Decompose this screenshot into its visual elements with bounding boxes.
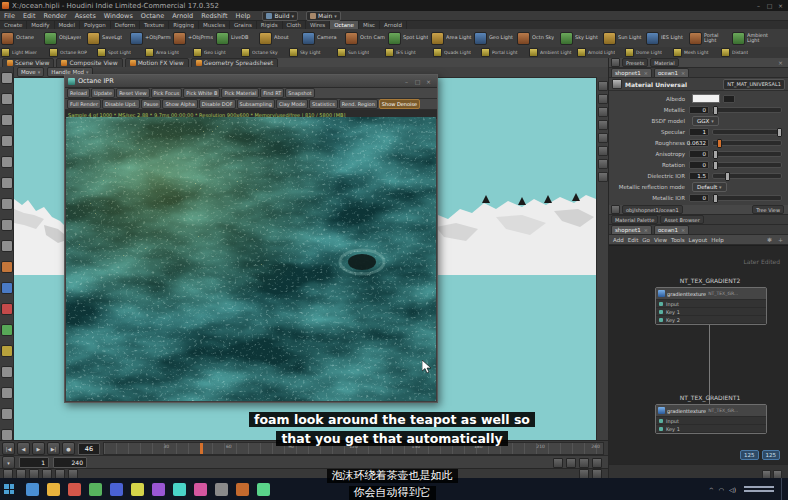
node-input-row[interactable]: Key 2 [656,316,766,324]
pane-tab[interactable]: Geometry Spreadsheet [191,58,279,68]
shelf-tab[interactable]: Wires [306,21,330,29]
shelf-set-main-select[interactable]: Main ▾ [306,11,341,21]
range-start-field[interactable]: 1 [19,457,49,468]
tool-icon[interactable] [1,198,13,210]
material-select[interactable]: Material [650,58,678,67]
menu-item[interactable]: Arnold [168,12,197,20]
rotation-slider[interactable] [712,162,782,168]
metallic-value[interactable]: 0 [689,106,709,114]
albedo-color-swatch[interactable] [692,94,720,103]
shelf-tab[interactable]: Grains [230,21,257,29]
tool-icon[interactable] [1,303,13,315]
view-tool-icon[interactable] [598,81,608,91]
shelf-tool[interactable]: Light Mixer [1,48,47,57]
taskbar-app-icon[interactable] [68,483,81,496]
octane-toolbar-button[interactable]: Update [91,88,115,98]
octane-toggle-button[interactable]: Show Alpha [162,99,197,109]
menu-item[interactable]: Octane [137,12,168,20]
shelf-tool[interactable]: Camera [302,32,343,45]
shelf-tab[interactable]: Create [0,21,27,29]
metallic-reflection-mode-select[interactable]: Default ▾ [692,182,727,192]
viewport-tool-chip[interactable]: Move ▾ [17,67,44,77]
node-gradient2[interactable]: gradienttexture NT_TEX_GR... Input Key 1… [655,287,767,325]
shelf-tool[interactable]: Ambient Light [529,48,575,57]
transport-button[interactable]: |◀ [2,442,15,455]
material-node-name[interactable]: NT_MAT_UNIVERSAL1 [723,79,785,90]
tree-view-tab[interactable]: Tree View [752,205,784,214]
shelf-tab[interactable]: Arnold [380,21,407,29]
pane-tab[interactable]: Composite View [56,58,122,68]
octane-toolbar-button[interactable]: Pick White B [183,88,220,98]
menu-item[interactable]: Render [39,12,70,20]
shelf-tool[interactable]: Area Light [431,32,472,45]
octane-toggle-button[interactable]: Show Denoise [379,99,420,109]
shelf-tab[interactable]: Polygon [80,21,111,29]
network-path[interactable]: obj/shopnet1/ocean1 [622,205,683,214]
octane-toolbar-button[interactable]: Reload [67,88,90,98]
shelf-tool[interactable]: IES Light [385,48,431,57]
taskbar-app-icon[interactable] [47,483,60,496]
node-gradient1[interactable]: gradienttexture NT_TEX_GR... Input Key 1 [655,404,767,434]
shelf-tool[interactable]: Mesh Light [673,48,719,57]
menu-item[interactable]: Assets [71,12,100,20]
tray-up-icon[interactable]: ^ [709,486,714,493]
shelf-tool[interactable]: IES Light [646,32,687,45]
shelf-tool[interactable]: Octn Cam [345,32,386,45]
node-tab[interactable]: ocean1× [654,68,689,78]
shelf-tab[interactable]: Modify [27,21,54,29]
window-button[interactable]: – [753,2,764,10]
transport-button[interactable]: ● [62,442,75,455]
transport-button[interactable]: ▶ [32,442,45,455]
octane-ipr-window[interactable]: Octane IPR – □ × ReloadUpdateReset ViewP… [64,74,438,403]
maximize-icon[interactable]: □ [412,77,423,85]
shelf-tab[interactable]: Deform [111,21,140,29]
node-input-row[interactable]: Key 1 [656,425,766,433]
transport-button[interactable]: ▶| [47,442,60,455]
pane-tab[interactable]: Scene View [2,58,54,68]
shelf-tool[interactable]: Sun Light [337,48,383,57]
shelf-tool[interactable]: Sky Light [289,48,335,57]
minimize-icon[interactable]: – [401,77,412,85]
rotation-value[interactable]: 0 [689,161,709,169]
network-menu-item[interactable]: Go [640,237,652,243]
tool-icon[interactable] [1,93,13,105]
anisotropy-value[interactable]: 0 [689,150,709,158]
shelf-tab[interactable]: Cloth [283,21,306,29]
octane-toolbar-button[interactable]: Snapshot [285,88,314,98]
menu-item[interactable]: File [0,12,19,20]
tool-icon[interactable] [1,366,13,378]
roughness-slider[interactable] [712,140,782,146]
dielectric-ior-slider[interactable] [712,173,782,179]
node-header[interactable]: gradienttexture NT_TEX_GR... [656,288,766,300]
scene-viewport[interactable]: Move ▾ Handle Mod ▾ [14,67,608,440]
octane-toolbar-button[interactable]: Find RT [260,88,284,98]
view-tool-icon[interactable] [598,120,608,130]
network-menu-item[interactable]: Layout [687,237,710,243]
shelf-tool[interactable]: LiveDB [216,32,257,45]
menu-item[interactable]: Redshift [197,12,231,20]
view-tool-icon[interactable] [598,107,608,117]
shelf-tool[interactable]: Distant [721,48,767,57]
octane-toggle-button[interactable]: Disable DOF [199,99,236,109]
shelf-tool[interactable]: Portal Light [689,32,730,45]
shelf-tool[interactable]: Sun Light [603,32,644,45]
view-tool-icon[interactable] [598,146,608,156]
tool-icon[interactable] [1,324,13,336]
octane-toolbar-button[interactable]: Reset View [116,88,149,98]
close-icon[interactable]: × [681,227,685,233]
close-icon[interactable]: × [681,70,685,76]
metallic-ior-value[interactable]: 0 [689,194,709,202]
star-icon[interactable]: ✱ [764,236,775,244]
octane-toggle-button[interactable]: Subsampling [237,99,275,109]
shelf-tool[interactable]: Octane Sky [241,48,287,57]
octane-titlebar[interactable]: Octane IPR – □ × [65,75,437,88]
shelf-tool[interactable]: Spot Light [388,32,429,45]
close-icon[interactable]: × [644,70,648,76]
shelf-tool[interactable]: About [259,32,300,45]
network-menu-item[interactable]: Add [611,237,626,243]
tool-icon[interactable] [1,135,13,147]
tool-icon[interactable] [1,408,13,420]
tool-icon[interactable] [1,72,13,84]
shelf-tool[interactable]: Sky Light [560,32,601,45]
shelf-tab[interactable]: Rigging [169,21,199,29]
